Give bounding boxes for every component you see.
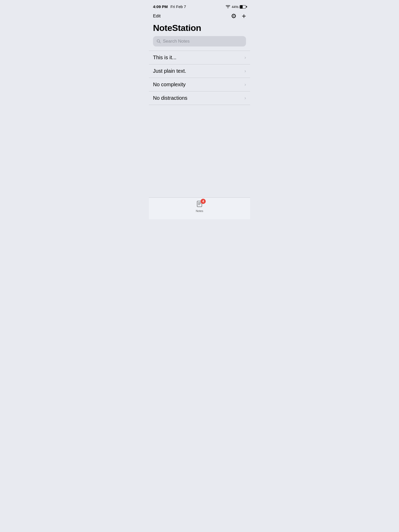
status-time-date: 4:09 PM Fri Feb 7 [153, 4, 186, 9]
chevron-right-icon: › [244, 82, 246, 87]
notes-list: This is it...›Just plain text.›No comple… [149, 51, 250, 105]
search-placeholder: Search Notes [163, 39, 190, 44]
battery-percent: 44% [232, 5, 238, 9]
tab-bar: 4 Notes [149, 197, 250, 219]
note-title: Just plain text. [153, 68, 186, 74]
note-item[interactable]: Just plain text.› [149, 64, 250, 78]
note-item[interactable]: This is it...› [149, 51, 250, 64]
search-icon [157, 39, 161, 43]
note-title: No distractions [153, 95, 187, 101]
status-date: Fri Feb 7 [170, 4, 186, 9]
note-item[interactable]: No distractions› [149, 91, 250, 105]
add-note-button[interactable]: + [242, 12, 246, 20]
wifi-icon [226, 5, 230, 8]
status-bar: 4:09 PM Fri Feb 7 44% [149, 0, 250, 11]
chevron-right-icon: › [244, 68, 246, 74]
app-title: NoteStation [149, 22, 250, 36]
tab-notes[interactable]: 4 Notes [196, 200, 203, 212]
settings-button[interactable]: ⚙ [231, 12, 237, 20]
battery-icon [240, 5, 246, 9]
status-time: 4:09 PM [153, 4, 168, 9]
chevron-right-icon: › [244, 55, 246, 60]
search-bar[interactable]: Search Notes [153, 36, 246, 46]
tab-notes-icon-container: 4 [196, 200, 203, 209]
search-container: Search Notes [153, 36, 246, 46]
note-item[interactable]: No complexity› [149, 78, 250, 91]
status-icons: 44% [226, 5, 246, 9]
note-title: This is it... [153, 55, 176, 61]
nav-right-actions: ⚙ + [231, 12, 246, 20]
chevron-right-icon: › [244, 95, 246, 101]
battery-fill [240, 5, 243, 8]
note-title: No complexity [153, 82, 186, 88]
battery-indicator: 44% [232, 5, 246, 9]
edit-button[interactable]: Edit [153, 14, 161, 19]
nav-bar: Edit ⚙ + [149, 11, 250, 22]
svg-line-1 [159, 42, 161, 43]
notes-badge: 4 [201, 199, 206, 204]
tab-notes-label: Notes [196, 209, 203, 212]
